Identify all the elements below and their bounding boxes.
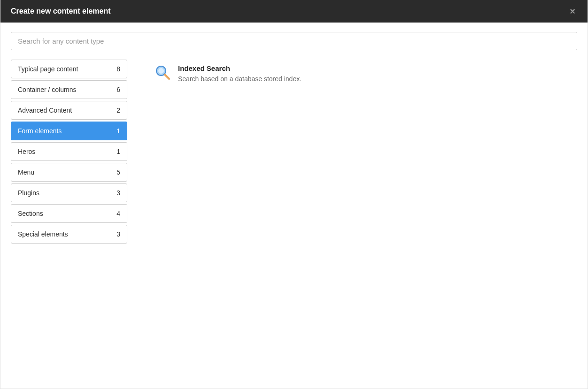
sidebar-item-heros[interactable]: Heros1 (11, 142, 127, 161)
close-button[interactable]: × (568, 7, 577, 16)
sidebar-item-count: 1 (116, 127, 120, 135)
sidebar-item-label: Form elements (18, 127, 113, 135)
sidebar-item-plugins[interactable]: Plugins3 (11, 183, 127, 202)
sidebar-item-menu[interactable]: Menu5 (11, 163, 127, 182)
content-item-text: Indexed SearchSearch based on a database… (178, 64, 577, 83)
content-item-description: Search based on a database stored index. (178, 75, 577, 83)
sidebar-item-advanced-content[interactable]: Advanced Content2 (11, 101, 127, 120)
content-area: Typical page content8Container / columns… (11, 60, 577, 245)
sidebar-item-label: Container / columns (18, 86, 113, 93)
sidebar-item-special-elements[interactable]: Special elements3 (11, 225, 127, 244)
sidebar-item-count: 2 (116, 107, 120, 114)
sidebar-item-count: 6 (116, 86, 120, 93)
modal-dialog: Create new content element × Typical pag… (0, 0, 588, 389)
modal-title: Create new content element (11, 7, 111, 15)
sidebar-item-label: Special elements (18, 230, 113, 238)
sidebar-item-label: Sections (18, 210, 113, 217)
sidebar-item-label: Plugins (18, 189, 113, 197)
sidebar-item-label: Typical page content (18, 65, 113, 73)
search-icon (155, 64, 170, 80)
svg-line-2 (165, 75, 169, 79)
sidebar-item-form-elements[interactable]: Form elements1 (11, 122, 127, 140)
close-icon: × (570, 6, 575, 16)
sidebar: Typical page content8Container / columns… (11, 60, 127, 245)
modal-body: Typical page content8Container / columns… (0, 23, 588, 389)
sidebar-item-count: 3 (116, 189, 120, 197)
search-input[interactable] (11, 32, 577, 50)
sidebar-item-typical-page-content[interactable]: Typical page content8 (11, 60, 127, 78)
svg-point-1 (158, 68, 164, 74)
sidebar-item-count: 1 (116, 148, 120, 155)
sidebar-item-count: 3 (116, 230, 120, 238)
sidebar-item-label: Heros (18, 148, 113, 155)
sidebar-item-label: Advanced Content (18, 107, 113, 114)
sidebar-item-label: Menu (18, 168, 113, 176)
content-item-indexed-search[interactable]: Indexed SearchSearch based on a database… (155, 64, 577, 83)
sidebar-item-count: 5 (116, 168, 120, 176)
sidebar-item-count: 4 (116, 210, 120, 217)
main-panel: Indexed SearchSearch based on a database… (155, 60, 577, 245)
sidebar-item-container-columns[interactable]: Container / columns6 (11, 80, 127, 99)
content-item-title: Indexed Search (178, 64, 577, 72)
modal-header: Create new content element × (0, 0, 588, 23)
sidebar-item-sections[interactable]: Sections4 (11, 204, 127, 223)
sidebar-item-count: 8 (116, 65, 120, 73)
